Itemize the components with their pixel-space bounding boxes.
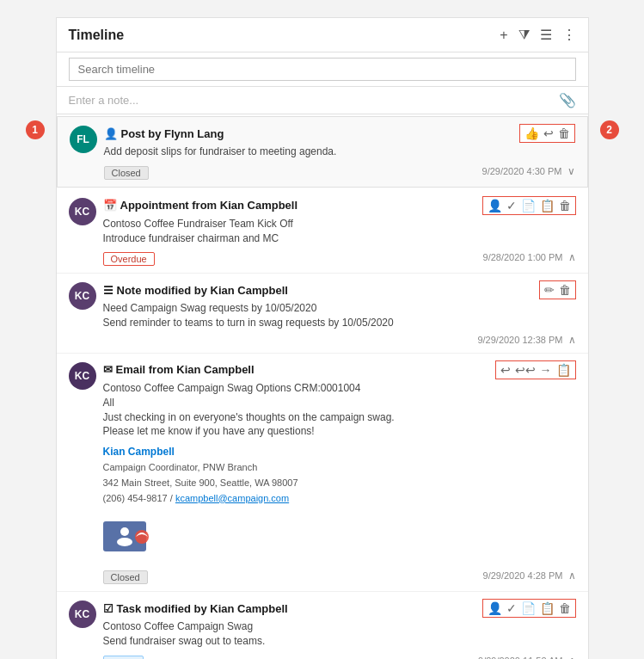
copy-icon[interactable]: 📄 — [521, 199, 536, 212]
complete-icon[interactable]: ✓ — [506, 199, 517, 212]
task-timestamp: 9/29/2020 11:52 AM — [478, 656, 562, 659]
task-status-badge: Active — [103, 656, 144, 659]
timeline-item-task: KC ☑ Task modified by Kian Campbell 👤 ✓ … — [57, 592, 588, 659]
email-title-row: ✉ Email from Kian Campbell ↩ ↩↩ → 📋 — [103, 360, 576, 379]
task-footer: Active 9/29/2020 11:52 AM ∧ — [103, 652, 576, 659]
timeline-item-post: FL 👤 Post by Flynn Lang 👍 ↩ 🗑 — [57, 116, 588, 188]
post-type-icon: 👤 — [104, 127, 118, 140]
sig-email-link[interactable]: kcampbell@campaign.com — [175, 493, 289, 503]
avatar-kc-note: KC — [69, 282, 96, 310]
callout-2: 2 — [600, 120, 619, 139]
clipboard-icon-email[interactable]: 📋 — [556, 363, 571, 377]
post-content: 👤 Post by Flynn Lang 👍 ↩ 🗑 Add deposit s… — [104, 124, 575, 180]
note-footer: 9/29/2020 12:38 PM ∧ — [103, 334, 576, 346]
post-title-row: 👤 Post by Flynn Lang 👍 ↩ 🗑 — [104, 124, 575, 143]
email-status-badge: Closed — [103, 570, 148, 584]
task-content: ☑ Task modified by Kian Campbell 👤 ✓ 📄 📋… — [103, 599, 576, 659]
email-title: ✉ Email from Kian Campbell — [103, 363, 255, 376]
delete-icon-note[interactable]: 🗑 — [559, 283, 571, 297]
post-item-header: FL 👤 Post by Flynn Lang 👍 ↩ 🗑 — [70, 124, 575, 180]
appt-title: 📅 Appointment from Kian Campbell — [103, 199, 298, 212]
clipboard-icon[interactable]: 📋 — [540, 199, 555, 212]
timeline-list: FL 👤 Post by Flynn Lang 👍 ↩ 🗑 — [57, 116, 588, 659]
appt-status-badge: Overdue — [103, 252, 155, 266]
note-placeholder: Enter a note... — [69, 94, 139, 107]
forward-icon[interactable]: → — [540, 363, 552, 377]
email-sig-image-area — [103, 513, 576, 560]
note-content: ☰ Note modified by Kian Campbell ✏ 🗑 Nee… — [103, 280, 576, 346]
header-actions: + ⧩ ☰ ⋮ — [500, 27, 575, 43]
appt-type-icon: 📅 — [103, 199, 117, 212]
timeline-panel: Timeline + ⧩ ☰ ⋮ Enter a note... 📎 FL — [56, 17, 589, 659]
appt-chevron[interactable]: ∧ — [568, 251, 576, 263]
sig-phone: (206) 454-9817 / kcampbell@campaign.com — [103, 491, 576, 507]
timeline-item-note: KC ☰ Note modified by Kian Campbell ✏ 🗑 — [57, 274, 588, 354]
appt-body: Contoso Coffee Fundraiser Team Kick OffI… — [103, 217, 576, 246]
appt-item-header: KC 📅 Appointment from Kian Campbell 👤 ✓ … — [69, 196, 576, 267]
email-body: Contoso Coffee Campaign Swag Options CRM… — [103, 381, 576, 439]
note-chevron[interactable]: ∧ — [568, 334, 576, 346]
edit-icon[interactable]: ✏ — [544, 283, 555, 297]
email-item-header: KC ✉ Email from Kian Campbell ↩ ↩↩ → — [69, 360, 576, 584]
note-body: Need Campaign Swag requests by 10/05/202… — [103, 301, 576, 330]
more-icon[interactable]: ⋮ — [562, 27, 576, 43]
avatar-kc-task: KC — [69, 600, 96, 628]
add-icon[interactable]: + — [500, 28, 507, 43]
note-timestamp: 9/29/2020 12:38 PM — [477, 335, 562, 345]
delete-icon-appt[interactable]: 🗑 — [559, 199, 571, 212]
timeline-item-appointment: KC 📅 Appointment from Kian Campbell 👤 ✓ … — [57, 189, 588, 274]
email-footer: Closed 9/29/2020 4:28 PM ∧ — [103, 567, 576, 584]
complete-icon-task[interactable]: ✓ — [506, 601, 517, 615]
appt-content: 📅 Appointment from Kian Campbell 👤 ✓ 📄 📋… — [103, 196, 576, 267]
appt-footer: Overdue 9/28/2020 1:00 PM ∧ — [103, 249, 576, 266]
avatar-kc-appt: KC — [69, 198, 96, 225]
attach-icon[interactable]: 📎 — [559, 92, 576, 108]
note-title: ☰ Note modified by Kian Campbell — [103, 284, 288, 297]
email-chevron[interactable]: ∧ — [568, 570, 576, 582]
svg-point-2 — [117, 538, 132, 546]
appt-timestamp: 9/28/2020 1:00 PM — [483, 252, 563, 262]
note-type-icon: ☰ — [103, 284, 113, 297]
clipboard-icon-task[interactable]: 📋 — [540, 601, 555, 615]
email-timestamp: 9/29/2020 4:28 PM — [483, 570, 563, 581]
email-sig-image — [103, 513, 163, 560]
delete-icon-task[interactable]: 🗑 — [559, 601, 571, 615]
search-area — [57, 52, 588, 87]
post-chevron[interactable]: ∨ — [567, 165, 575, 177]
copy-icon-task[interactable]: 📄 — [521, 601, 536, 615]
note-actions[interactable]: ✏ 🗑 — [539, 280, 576, 299]
timeline-item-email: KC ✉ Email from Kian Campbell ↩ ↩↩ → — [57, 354, 588, 592]
like-icon[interactable]: 👍 — [524, 126, 539, 140]
filter-icon[interactable]: ⧩ — [518, 28, 530, 43]
note-item-header: KC ☰ Note modified by Kian Campbell ✏ 🗑 — [69, 280, 576, 346]
note-entry-area: Enter a note... 📎 — [57, 87, 588, 114]
reply-icon[interactable]: ↩ — [543, 126, 554, 140]
reply-single-icon[interactable]: ↩ — [500, 363, 511, 377]
avatar-kc-email: KC — [69, 362, 96, 390]
assign-icon-task[interactable]: 👤 — [488, 601, 502, 615]
delete-icon[interactable]: 🗑 — [558, 126, 570, 140]
assign-icon[interactable]: 👤 — [488, 199, 502, 212]
post-status-badge: Closed — [104, 166, 149, 180]
panel-title: Timeline — [69, 28, 500, 43]
email-signature: Kian Campbell Campaign Coordinator, PNW … — [103, 444, 576, 506]
svg-point-3 — [135, 530, 149, 544]
task-title: ☑ Task modified by Kian Campbell — [103, 602, 288, 615]
task-actions[interactable]: 👤 ✓ 📄 📋 🗑 — [482, 599, 576, 618]
avatar-fl: FL — [70, 126, 97, 153]
sig-title: Campaign Coordinator, PNW Branch — [103, 460, 576, 476]
task-item-header: KC ☑ Task modified by Kian Campbell 👤 ✓ … — [69, 599, 576, 659]
reply-all-icon[interactable]: ↩↩ — [515, 363, 536, 377]
post-actions[interactable]: 👍 ↩ 🗑 — [519, 124, 575, 143]
sort-icon[interactable]: ☰ — [540, 27, 552, 43]
task-chevron[interactable]: ∧ — [568, 655, 576, 659]
email-content: ✉ Email from Kian Campbell ↩ ↩↩ → 📋 Cont… — [103, 360, 576, 584]
email-actions[interactable]: ↩ ↩↩ → 📋 — [495, 360, 576, 379]
svg-point-1 — [120, 527, 129, 536]
callout-1: 1 — [26, 120, 45, 139]
search-input[interactable] — [69, 58, 576, 81]
appt-actions[interactable]: 👤 ✓ 📄 📋 🗑 — [482, 196, 576, 215]
task-body: Contoso Coffee Campaign SwagSend fundrai… — [103, 619, 576, 649]
post-body: Add deposit slips for fundraiser to meet… — [104, 145, 575, 159]
task-type-icon: ☑ — [103, 602, 113, 615]
